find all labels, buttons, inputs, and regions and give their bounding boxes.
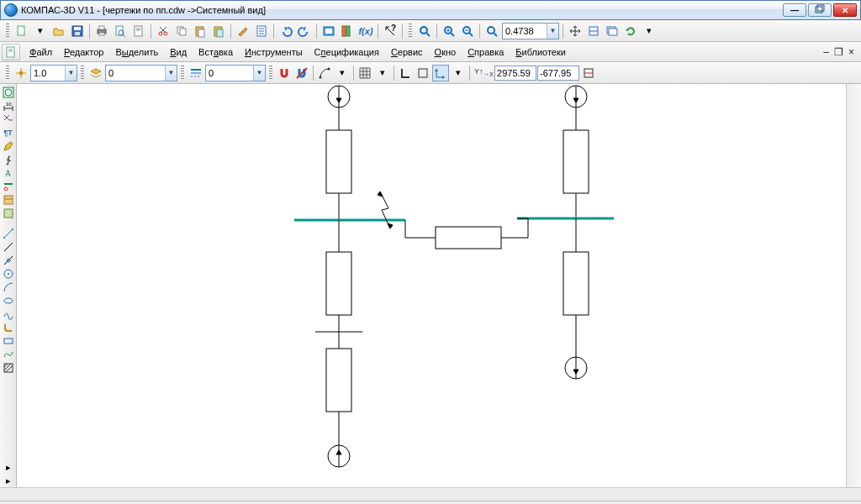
coord-y-input[interactable] xyxy=(537,66,579,81)
geometry-tool[interactable] xyxy=(1,86,16,99)
hatch-tool[interactable] xyxy=(1,361,16,375)
ortho-button[interactable] xyxy=(397,65,414,81)
paste-special-button[interactable] xyxy=(210,23,227,39)
expand-1[interactable]: ▸ xyxy=(1,460,16,474)
redraw-button[interactable] xyxy=(604,23,621,39)
arc-button[interactable] xyxy=(316,65,333,81)
measure-tool[interactable]: Ａ xyxy=(1,166,16,180)
cut-button[interactable] xyxy=(155,23,172,39)
dimensions-tool[interactable]: 10 xyxy=(1,99,16,113)
coord-button[interactable] xyxy=(580,65,597,81)
zoom-dropdown-icon[interactable]: ▼ xyxy=(547,24,558,39)
pan-button[interactable] xyxy=(567,23,584,39)
minimize-button[interactable]: — xyxy=(783,3,806,17)
menu-tools[interactable]: Инструменты xyxy=(239,45,309,60)
spec-tool[interactable] xyxy=(1,193,16,207)
zoom-input[interactable] xyxy=(503,24,547,38)
style-input[interactable] xyxy=(206,66,253,80)
doc-menu-button[interactable] xyxy=(2,44,20,60)
menu-libs[interactable]: Библиотеки xyxy=(510,45,572,60)
toolbar-grip-2[interactable] xyxy=(409,24,412,39)
mdi-minimize[interactable]: – xyxy=(823,46,829,58)
page-setup-button[interactable] xyxy=(130,23,147,39)
arc-tool-side[interactable] xyxy=(1,281,16,294)
layer-combo[interactable]: ▼ xyxy=(105,65,177,81)
drawing-canvas[interactable] xyxy=(17,84,846,487)
toolbar-grip[interactable] xyxy=(6,24,9,39)
menu-help[interactable]: Справка xyxy=(462,45,510,60)
rect-tool[interactable] xyxy=(1,334,16,348)
expand-2[interactable]: ▸ xyxy=(1,474,16,487)
menu-edit[interactable]: Редактор xyxy=(58,45,109,60)
props-grip-2[interactable] xyxy=(81,66,84,81)
scale-combo[interactable]: ▼ xyxy=(30,65,77,81)
save-button[interactable] xyxy=(69,23,86,39)
select-tool[interactable] xyxy=(1,180,16,193)
menu-file[interactable]: Файл xyxy=(24,45,58,60)
copy-button[interactable] xyxy=(173,23,190,39)
polyline-tool[interactable] xyxy=(1,348,16,361)
menu-select[interactable]: Выделить xyxy=(109,45,164,60)
open-button[interactable] xyxy=(50,23,67,39)
arc-dropdown[interactable]: ▾ xyxy=(334,65,351,81)
snap-disable-button[interactable] xyxy=(293,65,310,81)
grid-button[interactable] xyxy=(357,65,373,81)
line-alt-1[interactable] xyxy=(1,240,16,254)
report-tool[interactable] xyxy=(1,207,16,220)
current-state-button[interactable] xyxy=(13,65,29,81)
zoom-window-button[interactable] xyxy=(483,23,500,39)
zoom-combo[interactable]: ▼ xyxy=(502,23,559,39)
linestyle-button[interactable] xyxy=(188,65,204,81)
preview-button[interactable] xyxy=(112,23,129,39)
print-button[interactable] xyxy=(93,23,110,39)
menu-insert[interactable]: Вставка xyxy=(193,45,239,60)
manager-button[interactable] xyxy=(320,23,337,39)
coord-x-input[interactable] xyxy=(494,66,536,81)
zoom-prev-button[interactable] xyxy=(585,23,602,39)
menu-service[interactable]: Сервис xyxy=(385,45,429,60)
style-dropdown-icon[interactable]: ▼ xyxy=(253,66,265,81)
spline-tool[interactable] xyxy=(1,307,16,321)
ellipse-tool[interactable] xyxy=(1,294,16,307)
round-button[interactable] xyxy=(415,65,431,81)
props-grip-3[interactable] xyxy=(181,66,184,81)
bottom-scroll[interactable] xyxy=(0,487,861,501)
layer-input[interactable] xyxy=(106,66,165,80)
style-combo[interactable]: ▼ xyxy=(205,65,266,81)
circle-tool[interactable] xyxy=(1,267,16,281)
layers-button[interactable] xyxy=(87,65,104,81)
zoom-out-button[interactable] xyxy=(459,23,476,39)
mdi-close[interactable]: × xyxy=(848,46,854,58)
scale-dropdown-icon[interactable]: ▼ xyxy=(65,66,77,81)
refresh-dropdown[interactable]: ▾ xyxy=(641,23,658,39)
symbols-tool[interactable] xyxy=(1,113,16,126)
fillet-tool[interactable] xyxy=(1,321,16,334)
close-button[interactable]: ✕ xyxy=(833,3,857,17)
zoom-in-button[interactable] xyxy=(441,23,457,39)
grid-dropdown[interactable]: ▾ xyxy=(374,65,391,81)
new-button[interactable] xyxy=(13,23,30,39)
param-tool[interactable]: ∱ xyxy=(1,153,16,166)
library-button[interactable] xyxy=(339,23,356,39)
scale-input[interactable] xyxy=(31,66,65,80)
menu-spec[interactable]: Спецификация xyxy=(309,45,385,60)
properties-button[interactable] xyxy=(253,23,270,39)
undo-button[interactable] xyxy=(277,23,294,39)
props-grip-4[interactable] xyxy=(269,66,272,81)
local-cs-button[interactable] xyxy=(432,65,449,81)
redo-button[interactable] xyxy=(296,23,313,39)
line-alt-2[interactable] xyxy=(1,254,16,267)
menu-view[interactable]: Вид xyxy=(164,45,193,60)
right-scroll[interactable] xyxy=(846,84,861,487)
paste-button[interactable] xyxy=(192,23,209,39)
zoom-fit-button[interactable] xyxy=(416,23,433,39)
props-grip-1[interactable] xyxy=(6,66,9,81)
new-dropdown[interactable]: ▾ xyxy=(32,23,49,39)
variables-button[interactable]: f(x) xyxy=(357,23,374,39)
menu-window[interactable]: Окно xyxy=(429,45,462,60)
layer-dropdown-icon[interactable]: ▼ xyxy=(165,66,177,81)
text-tool[interactable]: ¶T xyxy=(1,126,16,139)
snap-button[interactable] xyxy=(276,65,293,81)
maximize-button[interactable] xyxy=(808,3,832,17)
brush-button[interactable] xyxy=(235,23,251,39)
